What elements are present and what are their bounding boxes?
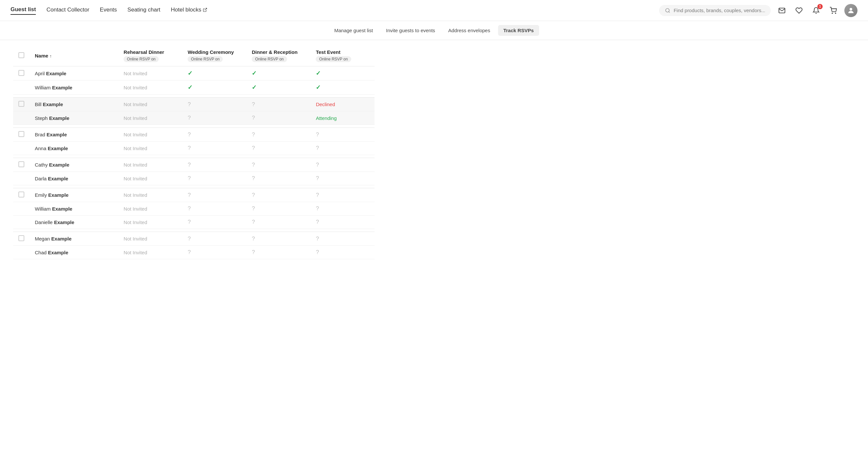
guest-name[interactable]: William Example (30, 202, 118, 216)
event-status: ? (246, 232, 310, 246)
user-avatar[interactable] (844, 4, 858, 17)
table-row: Danielle ExampleNot Invited??? (13, 216, 375, 229)
external-link-icon (203, 7, 207, 12)
search-bar[interactable] (659, 5, 771, 16)
sub-nav-address[interactable]: Address envelopes (443, 25, 495, 36)
event-status: ? (310, 188, 375, 202)
svg-point-3 (832, 13, 833, 13)
search-icon (665, 7, 670, 13)
event-status: ? (182, 172, 246, 185)
guest-name[interactable]: Cathy Example (30, 158, 118, 172)
table-row: William ExampleNot Invited✓✓✓ (13, 81, 375, 95)
last-name: Example (43, 101, 63, 107)
event-status: Not Invited (118, 142, 182, 155)
event-status: ? (246, 202, 310, 216)
event-status: Not Invited (118, 81, 182, 95)
notifications-button[interactable]: 1 (810, 5, 822, 17)
guest-table: Name ↑ Rehearsal Dinner Online RSVP on W… (13, 45, 375, 259)
favorites-button[interactable] (793, 5, 805, 17)
nav-hotel-blocks[interactable]: Hotel blocks (171, 6, 207, 14)
row-checkbox[interactable] (19, 235, 24, 241)
event-status: ? (246, 188, 310, 202)
event-status: ✓ (310, 81, 375, 95)
notification-count: 1 (817, 4, 823, 9)
row-checkbox[interactable] (19, 191, 24, 197)
event-status: ✓ (310, 66, 375, 81)
nav-guest-list[interactable]: Guest list (10, 6, 36, 15)
row-checkbox[interactable] (19, 70, 24, 76)
sub-nav-invite[interactable]: Invite guests to events (381, 25, 440, 36)
table-row: Darla ExampleNot Invited??? (13, 172, 375, 185)
table-row: William ExampleNot Invited??? (13, 202, 375, 216)
event-status: ✓ (246, 81, 310, 95)
last-name: Example (49, 162, 69, 167)
event-status: ? (182, 111, 246, 125)
svg-point-5 (849, 8, 852, 10)
table-row: Emily ExampleNot Invited??? (13, 188, 375, 202)
event-status: ? (310, 142, 375, 155)
svg-point-4 (835, 13, 836, 13)
nav-events[interactable]: Events (100, 6, 117, 14)
event-status: ? (182, 202, 246, 216)
ceremony-badge: Online RSVP on (188, 56, 223, 62)
event-status: Not Invited (118, 202, 182, 216)
event-status: ? (246, 111, 310, 125)
event-status: Attending (310, 111, 375, 125)
first-name: William (35, 206, 52, 212)
event-status: Not Invited (118, 128, 182, 142)
event-status: ? (182, 128, 246, 142)
guest-name[interactable]: Darla Example (30, 172, 118, 185)
event-status: ? (246, 216, 310, 229)
guest-name[interactable]: Brad Example (30, 128, 118, 142)
guest-name[interactable]: Emily Example (30, 188, 118, 202)
table-row: Anna ExampleNot Invited??? (13, 142, 375, 155)
event-status: ✓ (246, 66, 310, 81)
first-name: Brad (35, 132, 46, 138)
first-name: Chad (35, 250, 48, 255)
name-sort-label[interactable]: Name ↑ (35, 53, 52, 59)
sub-nav-manage[interactable]: Manage guest list (329, 25, 378, 36)
test-event-badge: Online RSVP on (316, 56, 351, 62)
row-checkbox[interactable] (19, 131, 24, 137)
sub-nav-track[interactable]: Track RSVPs (498, 25, 539, 36)
first-name: Emily (35, 192, 48, 198)
event-status: ? (310, 232, 375, 246)
header-reception: Dinner & Reception Online RSVP on (246, 45, 310, 66)
rehearsal-badge: Online RSVP on (124, 56, 159, 62)
table-row: Megan ExampleNot Invited??? (13, 232, 375, 246)
select-all-checkbox[interactable] (19, 52, 24, 58)
event-status: ? (246, 246, 310, 259)
last-name: Example (48, 176, 68, 181)
nav-contact-collector[interactable]: Contact Collector (46, 6, 89, 14)
event-status: Not Invited (118, 246, 182, 259)
last-name: Example (51, 236, 72, 242)
guest-name[interactable]: Chad Example (30, 246, 118, 259)
header-rehearsal: Rehearsal Dinner Online RSVP on (118, 45, 182, 66)
event-status: ? (246, 98, 310, 111)
guest-name[interactable]: April Example (30, 66, 118, 81)
reception-badge: Online RSVP on (252, 56, 287, 62)
guest-name[interactable]: William Example (30, 81, 118, 95)
table-row: Cathy ExampleNot Invited??? (13, 158, 375, 172)
sub-nav: Manage guest list Invite guests to event… (0, 21, 868, 40)
guest-name[interactable]: Danielle Example (30, 216, 118, 229)
row-checkbox[interactable] (19, 101, 24, 107)
search-input[interactable] (674, 7, 765, 13)
event-status: Not Invited (118, 188, 182, 202)
cart-icon (830, 7, 837, 14)
event-status: ? (310, 158, 375, 172)
mail-button[interactable] (776, 5, 788, 17)
cart-button[interactable] (827, 5, 839, 17)
guest-name[interactable]: Bill Example (30, 98, 118, 111)
table-row: Bill ExampleNot Invited??Declined (13, 98, 375, 111)
guest-name[interactable]: Anna Example (30, 142, 118, 155)
header-name[interactable]: Name ↑ (30, 45, 118, 66)
event-status: ? (182, 98, 246, 111)
event-status: ? (310, 202, 375, 216)
last-name: Example (54, 219, 74, 225)
guest-name[interactable]: Megan Example (30, 232, 118, 246)
table-row: Chad ExampleNot Invited??? (13, 246, 375, 259)
row-checkbox[interactable] (19, 161, 24, 167)
guest-name[interactable]: Steph Example (30, 111, 118, 125)
nav-seating-chart[interactable]: Seating chart (127, 6, 160, 14)
